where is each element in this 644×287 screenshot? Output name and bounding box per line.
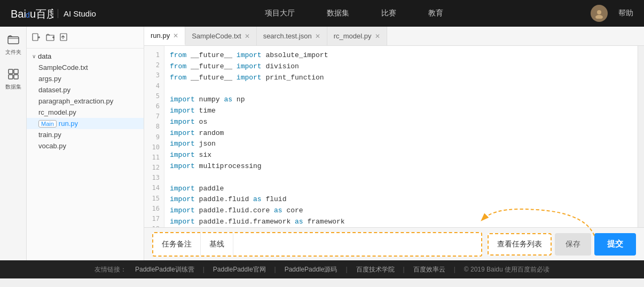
footer-link-1[interactable]: PaddlePaddle官网 (213, 265, 266, 274)
file-train[interactable]: train.py (27, 129, 144, 140)
code-line: import time (170, 106, 632, 117)
file-args[interactable]: args.py (27, 73, 144, 84)
brand-area: Bai d u百度 AI Studio (11, 6, 96, 21)
tab-searchtestjson-label: search.test.json (263, 32, 312, 40)
code-line (170, 172, 632, 184)
sidebar-item-dataset[interactable]: 数据集 (5, 67, 21, 91)
code-container[interactable]: 123456789101112131415161718192021222324 … (144, 46, 644, 227)
code-line: import numpy as np (170, 94, 632, 106)
task-input-area: 任务备注 基线 (152, 232, 482, 257)
dataset-label: 数据集 (5, 83, 21, 91)
ai-studio-label: AI Studio (58, 9, 96, 18)
code-line: import multiprocessing (170, 161, 632, 172)
svg-rect-6 (9, 69, 13, 74)
main-badge: Main (38, 120, 57, 127)
svg-rect-10 (33, 34, 38, 41)
navbar-right: 帮助 (591, 5, 633, 22)
user-avatar-icon (594, 8, 604, 19)
code-content[interactable]: from __future__ import absolute_importfr… (164, 46, 638, 227)
dataset-icon (6, 67, 21, 82)
new-folder-icon[interactable] (46, 33, 54, 44)
tab-close-runpy[interactable]: ✕ (173, 33, 178, 39)
vertical-scrollbar[interactable] (638, 46, 644, 227)
sidebar-item-folder[interactable]: 文件夹 (5, 32, 21, 56)
icon-sidebar: 文件夹 数据集 (0, 27, 27, 260)
file-runpy[interactable]: Mainrun.py (27, 118, 144, 129)
avatar[interactable] (591, 5, 608, 22)
footer-link-4[interactable]: 百度效率云 (413, 265, 445, 274)
folder-label: 文件夹 (5, 49, 21, 56)
code-line (170, 83, 632, 94)
svg-rect-7 (14, 69, 18, 74)
editor-area: run.py ✕ SampleCode.txt ✕ search.test.js… (144, 27, 644, 260)
code-line: from __future__ import absolute_import (170, 50, 632, 61)
footer-link-2[interactable]: PaddlePaddle源码 (285, 265, 337, 274)
code-line: import six (170, 150, 632, 161)
footer-copyright: © 2019 Baidu 使用百度前必读 (464, 265, 549, 274)
svg-rect-8 (9, 75, 13, 79)
upload-icon[interactable] (60, 33, 68, 44)
svg-text:u百度: u百度 (30, 8, 53, 20)
footer: 友情链接： PaddlePaddle训练营 | PaddlePaddle官网 |… (0, 260, 644, 278)
menu-education[interactable]: 教育 (428, 9, 443, 18)
footer-link-3[interactable]: 百度技术学院 (356, 265, 395, 274)
folder-data-label: data (38, 52, 51, 60)
view-tasks-button[interactable]: 查看任务列表 (488, 233, 552, 256)
file-tree-actions (27, 31, 144, 49)
file-vocab[interactable]: vocab.py (27, 140, 144, 152)
code-line: import json (170, 139, 632, 150)
file-rcmodel[interactable]: rc_model.py (27, 107, 144, 118)
file-dataset[interactable]: dataset.py (27, 84, 144, 95)
code-line: from __future__ import division (170, 61, 632, 73)
menu-project-hall[interactable]: 项目大厅 (265, 9, 295, 18)
svg-text:d: d (26, 11, 30, 19)
menu-dataset[interactable]: 数据集 (327, 9, 349, 18)
file-samplecode[interactable]: SampleCode.txt (27, 62, 144, 73)
tab-close-rcmodel[interactable]: ✕ (375, 33, 380, 39)
new-file-icon[interactable] (32, 33, 41, 44)
code-line: from __future__ import print_function (170, 73, 632, 84)
code-line: import paddle.fluid.core as core (170, 205, 632, 217)
task-notes-tab[interactable]: 任务备注 (153, 233, 201, 256)
tab-searchtestjson[interactable]: search.test.json ✕ (257, 27, 327, 45)
baseline-tab[interactable]: 基线 (201, 233, 233, 256)
code-line: import paddle (170, 184, 632, 195)
svg-rect-9 (14, 75, 18, 79)
navbar-menu: 项目大厅 数据集 比赛 教育 (117, 9, 591, 18)
code-line: import paddle.fluid as fluid (170, 194, 632, 205)
navbar: Bai d u百度 AI Studio 项目大厅 数据集 比赛 教育 帮助 (0, 0, 644, 27)
chevron-down-icon: ∨ (32, 53, 36, 59)
task-input-field[interactable] (233, 233, 481, 256)
svg-text:Bai: Bai (11, 8, 26, 20)
file-tree: ∨ data SampleCode.txt args.py dataset.py… (27, 27, 144, 260)
main-layout: 文件夹 数据集 (0, 27, 644, 260)
line-numbers: 123456789101112131415161718192021222324 (144, 46, 164, 227)
svg-point-3 (597, 10, 601, 14)
tab-close-searchtestjson[interactable]: ✕ (315, 33, 320, 39)
code-line: import random (170, 128, 632, 139)
tab-close-samplecode[interactable]: ✕ (245, 33, 250, 39)
tab-rcmodel-label: rc_model.py (334, 32, 372, 40)
save-button[interactable]: 保存 (555, 233, 591, 256)
code-line: import paddle.fluid.framework as framewo… (170, 217, 632, 227)
menu-competition[interactable]: 比赛 (381, 9, 396, 18)
tab-samplecode[interactable]: SampleCode.txt ✕ (185, 27, 257, 45)
svg-rect-5 (8, 37, 19, 44)
tab-runpy-label: run.py (151, 31, 170, 39)
code-line: import os (170, 117, 632, 128)
file-paragraph[interactable]: paragraph_extraction.py (27, 95, 144, 107)
tab-rcmodel[interactable]: rc_model.py ✕ (327, 27, 387, 45)
footer-prefix: 友情链接： (95, 265, 127, 274)
folder-icon (6, 32, 21, 47)
tab-runpy[interactable]: run.py ✕ (144, 27, 185, 45)
bottom-bar: 任务备注 基线 查看任务列表 (144, 227, 644, 260)
submit-button[interactable]: 提交 (594, 233, 636, 256)
baidu-logo-icon: Bai d u百度 (11, 6, 53, 21)
footer-link-0[interactable]: PaddlePaddle训练营 (135, 265, 194, 274)
help-link[interactable]: 帮助 (618, 9, 633, 18)
tab-samplecode-label: SampleCode.txt (192, 32, 241, 40)
folder-data[interactable]: ∨ data (27, 51, 144, 62)
svg-point-4 (595, 15, 603, 19)
tab-bar: run.py ✕ SampleCode.txt ✕ search.test.js… (144, 27, 644, 46)
